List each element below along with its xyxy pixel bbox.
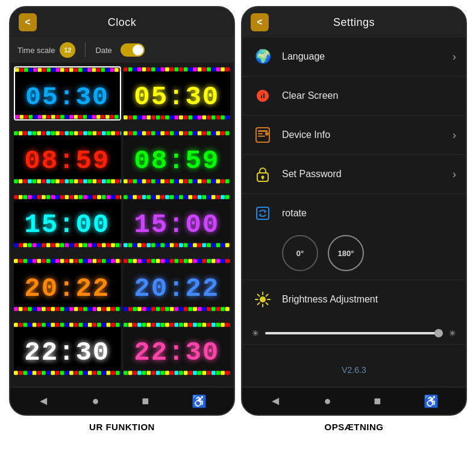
svg-rect-484 bbox=[165, 371, 169, 375]
svg-rect-36 bbox=[65, 115, 69, 119]
svg-rect-248 bbox=[121, 243, 121, 247]
svg-rect-258 bbox=[155, 195, 160, 199]
svg-rect-121 bbox=[107, 131, 111, 136]
settings-item-brightness[interactable]: Brightness Adjustment bbox=[242, 280, 466, 319]
svg-rect-370 bbox=[211, 259, 215, 263]
date-toggle[interactable] bbox=[121, 43, 145, 57]
svg-rect-116 bbox=[83, 131, 87, 136]
svg-rect-189 bbox=[188, 179, 192, 183]
svg-rect-304 bbox=[28, 259, 32, 263]
svg-rect-179 bbox=[142, 179, 146, 183]
svg-rect-489 bbox=[188, 371, 192, 375]
clock-title: Clock bbox=[108, 16, 137, 29]
clock-back-button[interactable]: < bbox=[19, 13, 37, 31]
clock-tile-4[interactable]: 08:59 bbox=[124, 130, 231, 184]
rotate-0-button[interactable]: 0° bbox=[282, 235, 318, 271]
svg-rect-254 bbox=[137, 195, 142, 199]
clock-tile-3[interactable]: 08:59 bbox=[14, 130, 121, 184]
svg-rect-282 bbox=[155, 243, 160, 247]
settings-nav-recent-icon[interactable]: ■ bbox=[374, 394, 381, 408]
svg-rect-113 bbox=[69, 131, 74, 136]
svg-rect-442 bbox=[92, 371, 96, 375]
svg-rect-430 bbox=[37, 371, 41, 375]
settings-nav-home-icon[interactable]: ● bbox=[324, 394, 331, 408]
svg-rect-122 bbox=[111, 131, 115, 136]
clock-tile-10[interactable]: 22:30 bbox=[124, 322, 231, 376]
svg-text:15:00: 15:00 bbox=[134, 210, 219, 240]
svg-rect-337 bbox=[69, 307, 74, 311]
svg-rect-53 bbox=[133, 67, 137, 72]
svg-rect-378 bbox=[137, 307, 142, 311]
svg-rect-127 bbox=[23, 179, 27, 183]
clock-tile-2[interactable]: 05:30 bbox=[124, 66, 231, 121]
time-scale-icon[interactable]: 12 bbox=[60, 42, 75, 58]
svg-rect-217 bbox=[88, 195, 92, 199]
clock-tile-6[interactable]: 15:00 bbox=[124, 194, 231, 248]
svg-rect-461 bbox=[169, 323, 174, 327]
nav-accessibility-icon[interactable]: ♿ bbox=[192, 394, 207, 409]
settings-back-button[interactable]: < bbox=[251, 13, 269, 31]
nav-recent-icon[interactable]: ■ bbox=[142, 394, 149, 408]
svg-rect-437 bbox=[69, 371, 74, 375]
svg-rect-33 bbox=[51, 115, 55, 119]
settings-nav-accessibility-icon[interactable]: ♿ bbox=[424, 394, 439, 409]
brightness-slider[interactable] bbox=[265, 332, 443, 334]
svg-rect-285 bbox=[169, 243, 174, 247]
svg-rect-374 bbox=[230, 259, 230, 263]
clock-tile-5[interactable]: 15:00 bbox=[14, 194, 121, 248]
svg-rect-108 bbox=[46, 131, 51, 136]
svg-rect-279 bbox=[142, 243, 146, 247]
clock-tile-7[interactable]: 20:22 bbox=[14, 258, 121, 312]
clock-tile-1[interactable]: 05:30 bbox=[14, 66, 121, 121]
svg-rect-21 bbox=[105, 68, 110, 72]
svg-rect-263 bbox=[179, 195, 183, 199]
svg-rect-385 bbox=[169, 307, 174, 311]
svg-rect-160 bbox=[165, 131, 169, 136]
settings-item-set-password[interactable]: Set Password › bbox=[242, 155, 466, 194]
svg-rect-424 bbox=[121, 323, 121, 327]
svg-rect-467 bbox=[197, 323, 201, 327]
svg-rect-321 bbox=[107, 259, 111, 263]
svg-rect-140 bbox=[83, 179, 87, 183]
svg-rect-162 bbox=[174, 131, 178, 136]
svg-rect-301 bbox=[14, 259, 18, 263]
clock-tile-9[interactable]: 22:30 bbox=[14, 322, 121, 376]
svg-rect-433 bbox=[51, 371, 55, 375]
svg-rect-323 bbox=[116, 259, 120, 263]
brightness-slider-thumb[interactable] bbox=[434, 329, 443, 337]
svg-rect-324 bbox=[121, 259, 121, 263]
svg-rect-306 bbox=[37, 259, 41, 263]
svg-rect-478 bbox=[137, 371, 142, 375]
svg-rect-62 bbox=[174, 67, 178, 72]
settings-item-device-info[interactable]: Device Info › bbox=[242, 116, 466, 155]
svg-rect-159 bbox=[160, 131, 164, 136]
nav-back-icon[interactable]: ◄ bbox=[37, 394, 49, 408]
svg-rect-230 bbox=[37, 243, 41, 247]
svg-rect-307 bbox=[42, 259, 46, 263]
svg-rect-106 bbox=[37, 131, 41, 136]
svg-rect-94 bbox=[211, 115, 215, 119]
nav-home-icon[interactable]: ● bbox=[92, 394, 99, 408]
svg-rect-260 bbox=[165, 195, 169, 199]
settings-nav-back-icon[interactable]: ◄ bbox=[269, 394, 281, 408]
svg-rect-229 bbox=[33, 243, 37, 247]
svg-rect-389 bbox=[188, 307, 192, 311]
svg-rect-459 bbox=[160, 323, 164, 327]
settings-item-language[interactable]: 🌍 Language › bbox=[242, 37, 466, 77]
svg-rect-364 bbox=[183, 259, 187, 263]
svg-rect-137 bbox=[69, 179, 74, 183]
settings-item-clear-screen[interactable]: Clear Screen bbox=[242, 77, 466, 116]
clock-tile-8[interactable]: 20:22 bbox=[124, 258, 231, 312]
svg-rect-37 bbox=[69, 115, 74, 119]
svg-rect-356 bbox=[146, 259, 151, 263]
settings-item-rotate[interactable]: rotate bbox=[242, 194, 466, 233]
set-password-chevron: › bbox=[453, 168, 456, 181]
svg-rect-114 bbox=[74, 131, 78, 136]
svg-rect-331 bbox=[42, 307, 46, 311]
svg-rect-358 bbox=[155, 259, 160, 263]
svg-rect-470 bbox=[211, 323, 215, 327]
rotate-180-button[interactable]: 180° bbox=[328, 235, 364, 271]
svg-rect-375 bbox=[124, 307, 128, 311]
svg-rect-425 bbox=[14, 371, 18, 375]
svg-rect-47 bbox=[114, 115, 119, 119]
